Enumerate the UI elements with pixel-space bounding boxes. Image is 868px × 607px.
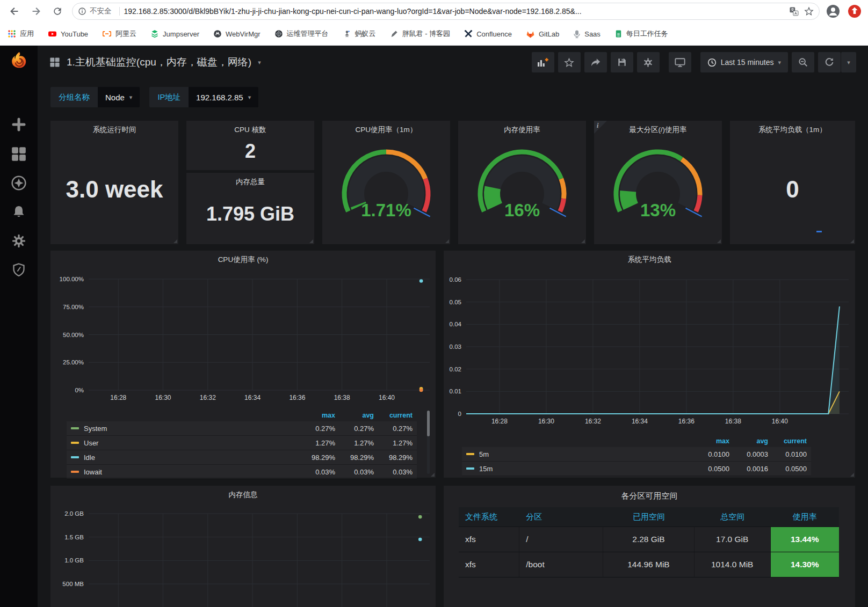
series-avg: 0.0003 xyxy=(729,450,768,458)
legend-column-avg[interactable]: avg xyxy=(729,437,768,445)
panel-resize-handle[interactable] xyxy=(173,239,177,243)
chevron-down-icon: ▾ xyxy=(248,94,251,101)
legend-series-toggle[interactable]: Idle xyxy=(71,454,296,462)
legend-series-toggle[interactable]: 5m xyxy=(466,450,691,458)
table-column-header[interactable]: 使用率 xyxy=(771,507,839,526)
bookmark-item[interactable]: 阿里云 xyxy=(102,29,136,39)
legend-column-current[interactable]: current xyxy=(374,412,413,419)
legend-series-toggle[interactable]: 15m xyxy=(466,465,691,473)
panel-resize-handle[interactable] xyxy=(581,239,585,243)
time-range-button[interactable]: Last 15 minutes ▾ xyxy=(700,52,788,72)
page-info-icon[interactable] xyxy=(78,7,86,16)
legend-column-max[interactable]: max xyxy=(296,412,335,419)
bookmark-item[interactable]: WebVirMgr xyxy=(213,30,261,38)
panel-title[interactable]: CPU 核数 xyxy=(186,125,314,135)
panel-title[interactable]: 内存使用率 xyxy=(458,125,586,135)
bookmark-item[interactable]: 运维管理平台 xyxy=(274,29,329,39)
explore-compass-icon[interactable] xyxy=(9,173,29,193)
bookmark-item[interactable]: GitLab xyxy=(526,30,559,38)
settings-gear-button[interactable] xyxy=(637,52,660,72)
add-panel-button[interactable] xyxy=(532,52,554,72)
panel-uptime: 系统运行时间 3.0 week xyxy=(50,121,178,244)
legend-scrollbar[interactable] xyxy=(427,411,430,474)
panel-resize-handle[interactable] xyxy=(850,239,854,243)
panel-title[interactable]: 最大分区(/)使用率 xyxy=(594,125,722,135)
table-column-header[interactable]: 已用空间 xyxy=(603,507,695,526)
panel-resize-handle[interactable] xyxy=(309,239,313,243)
bookmark-label: 蚂蚁云 xyxy=(355,29,376,39)
configuration-gear-icon[interactable] xyxy=(9,231,29,251)
panel-resize-handle[interactable] xyxy=(717,239,721,243)
table-column-header[interactable]: 分区 xyxy=(519,507,603,526)
back-icon[interactable] xyxy=(8,4,21,18)
tv-cycle-button[interactable] xyxy=(669,52,691,72)
bookmark-item[interactable]: YouTube xyxy=(48,30,88,38)
ant-cloud-icon xyxy=(343,30,351,38)
panel-resize-handle[interactable] xyxy=(431,473,435,477)
plus-icon[interactable] xyxy=(9,114,29,135)
panel-title[interactable]: CPU使用率（1m） xyxy=(322,125,450,135)
legend-series-toggle[interactable]: System xyxy=(71,425,296,433)
forward-icon[interactable] xyxy=(29,4,43,18)
bookmark-item[interactable]: 每日工作任务 xyxy=(614,29,668,39)
apps-grid-icon xyxy=(8,30,16,38)
panel-partitions-table: 各分区可用空间 文件系统分区已用空间总空间使用率xfs/2.28 GiB17.0… xyxy=(444,486,855,607)
partition-usage-gauge: 13% xyxy=(594,137,722,231)
dashboard-title-caret-icon[interactable]: ▾ xyxy=(258,59,261,66)
variable-value-dropdown[interactable]: 192.168.2.85▾ xyxy=(189,87,258,107)
bookmark-item[interactable]: Jumpserver xyxy=(150,30,199,38)
table-cell: xfs xyxy=(459,552,519,577)
table-column-header[interactable]: 总空间 xyxy=(695,507,771,526)
legend-column-current[interactable]: current xyxy=(768,437,807,445)
series-color-swatch xyxy=(466,453,474,455)
panel-mem-chart: 内存信息 2.0 GB1.5 GB1.0 GB500 MB xyxy=(50,486,436,607)
memory-info-chart[interactable]: 2.0 GB1.5 GB1.0 GB500 MB xyxy=(50,486,436,607)
dashboard-title[interactable]: 1.主机基础监控(cpu，内存，磁盘，网络) xyxy=(67,55,251,69)
panel-resize-handle[interactable] xyxy=(445,239,449,243)
panel-title[interactable]: 系统运行时间 xyxy=(50,125,178,135)
translate-icon[interactable] xyxy=(789,6,799,16)
panel-title[interactable]: 各分区可用空间 xyxy=(444,491,855,501)
variable-value-dropdown[interactable]: Node▾ xyxy=(98,87,140,107)
admin-shield-icon[interactable] xyxy=(9,260,29,280)
legend-series-toggle[interactable]: User xyxy=(71,439,296,447)
bookmark-item[interactable]: Saas xyxy=(573,30,601,38)
svg-text:0.02: 0.02 xyxy=(450,366,461,372)
refresh-interval-caret[interactable]: ▾ xyxy=(841,52,856,72)
stat-value: 3.0 week xyxy=(50,176,178,203)
legend-series-toggle[interactable]: Iowait xyxy=(71,468,296,476)
reload-icon[interactable] xyxy=(50,4,64,18)
legend-column-max[interactable]: max xyxy=(691,437,729,445)
panel-title[interactable]: 系统平均负载（1m） xyxy=(730,125,855,135)
grafana-app: 1.主机基础监控(cpu，内存，磁盘，网络) ▾ xyxy=(0,46,868,607)
bookmark-item[interactable]: 蚂蚁云 xyxy=(343,29,376,39)
url-text[interactable]: 192.168.2.85:3000/d/Bkl9bBYik/1-zhu-ji-j… xyxy=(124,7,785,16)
svg-text:16:34: 16:34 xyxy=(632,418,648,425)
bookmark-label: Saas xyxy=(584,30,601,38)
share-button[interactable] xyxy=(584,52,607,72)
refresh-button[interactable] xyxy=(818,52,841,72)
panel-resize-handle[interactable] xyxy=(850,473,854,477)
series-current: 0.0500 xyxy=(768,465,807,473)
variable-group-node: IP地址 192.168.2.85▾ xyxy=(149,87,258,107)
address-bar[interactable]: 不安全 192.168.2.85:3000/d/Bkl9bBYik/1-zhu-… xyxy=(72,3,820,20)
bookmark-item[interactable]: 应用 xyxy=(8,29,34,39)
bookmark-item[interactable]: Confluence xyxy=(464,30,512,38)
grafana-logo[interactable] xyxy=(9,51,29,71)
bookmark-item[interactable]: 胖鼠君 - 博客园 xyxy=(390,29,451,39)
sheets-icon xyxy=(614,30,623,38)
star-button[interactable] xyxy=(558,52,581,72)
legend-column-avg[interactable]: avg xyxy=(335,412,374,419)
table-column-header[interactable]: 文件系统 xyxy=(459,507,519,526)
profile-avatar[interactable] xyxy=(825,3,841,19)
bookmarks-items: 应用YouTube阿里云JumpserverWebVirMgr运维管理平台蚂蚁云… xyxy=(8,29,668,39)
bookmark-label: Confluence xyxy=(476,30,512,38)
bookmark-star-icon[interactable] xyxy=(804,6,814,16)
panel-title[interactable]: 内存总量 xyxy=(186,177,314,187)
save-button[interactable] xyxy=(611,52,633,72)
zoom-out-button[interactable] xyxy=(792,52,814,72)
dashboards-icon[interactable] xyxy=(9,144,29,164)
alerting-bell-icon[interactable] xyxy=(9,202,29,222)
browser-update-icon[interactable] xyxy=(847,3,863,19)
legend-row: 15m0.05000.00160.0500 xyxy=(462,462,811,476)
